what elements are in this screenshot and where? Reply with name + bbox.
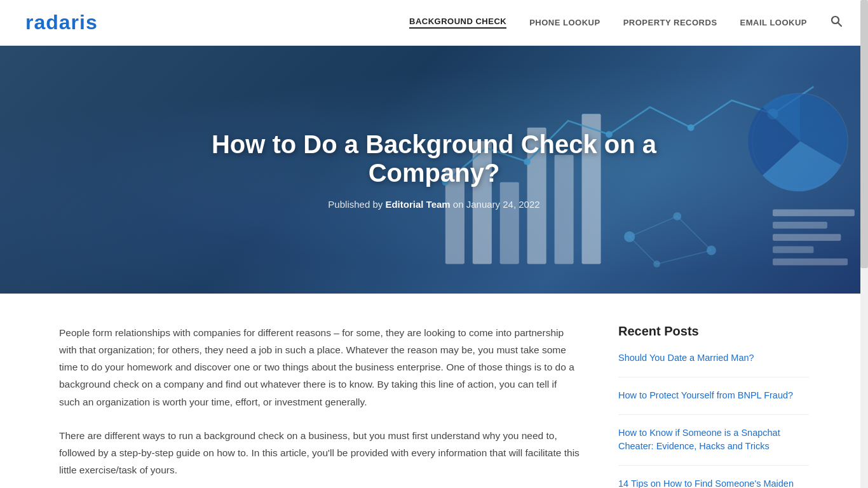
hero-author: Editorial Team bbox=[385, 199, 450, 210]
article-body: People form relationships with companies… bbox=[59, 324, 580, 488]
sidebar-post-3: How to Know if Someone is a Snapchat Che… bbox=[618, 426, 809, 466]
svg-rect-17 bbox=[773, 247, 813, 254]
sidebar-post-1: Should You Date a Married Man? bbox=[618, 351, 809, 377]
sidebar-post-link-1[interactable]: Should You Date a Married Man? bbox=[618, 353, 754, 363]
scrollbar-thumb bbox=[860, 0, 868, 268]
svg-line-26 bbox=[656, 250, 711, 264]
sidebar-post-4: 14 Tips on How to Find Someone's Maiden … bbox=[618, 477, 809, 488]
hero-meta-suffix: on January 24, 2022 bbox=[451, 199, 540, 210]
site-header: radaris BACKGROUND CHECK PHONE LOOKUP PR… bbox=[0, 0, 868, 46]
nav-background-check[interactable]: BACKGROUND CHECK bbox=[409, 17, 506, 29]
hero-meta-prefix: Published by bbox=[328, 199, 385, 210]
sidebar-post-link-2[interactable]: How to Protect Yourself from BNPL Fraud? bbox=[618, 390, 793, 400]
svg-line-1 bbox=[838, 23, 841, 26]
hero-section: How to Do a Background Check on a Compan… bbox=[0, 46, 868, 294]
content-area: People form relationships with companies… bbox=[21, 294, 847, 488]
svg-rect-15 bbox=[773, 222, 827, 229]
svg-rect-16 bbox=[773, 234, 841, 241]
sidebar-post-2: How to Protect Yourself from BNPL Fraud? bbox=[618, 389, 809, 415]
nav-property-records[interactable]: PROPERTY RECORDS bbox=[623, 18, 717, 27]
sidebar-title: Recent Posts bbox=[618, 324, 809, 339]
svg-rect-14 bbox=[773, 210, 855, 217]
nav-email-lookup[interactable]: EMAIL LOOKUP bbox=[740, 18, 807, 27]
sidebar: Recent Posts Should You Date a Married M… bbox=[618, 324, 809, 488]
svg-line-25 bbox=[677, 216, 711, 250]
nav-phone-lookup[interactable]: PHONE LOOKUP bbox=[529, 18, 600, 27]
article-paragraph-1: People form relationships with companies… bbox=[59, 324, 580, 410]
logo[interactable]: radaris bbox=[25, 11, 98, 34]
article-paragraph-2: There are different ways to run a backgr… bbox=[59, 427, 580, 478]
search-icon[interactable] bbox=[830, 15, 843, 30]
main-wrapper: People form relationships with companies… bbox=[0, 294, 868, 488]
svg-line-24 bbox=[629, 237, 656, 264]
hero-content: How to Do a Background Check on a Compan… bbox=[135, 130, 733, 210]
sidebar-post-link-3[interactable]: How to Know if Someone is a Snapchat Che… bbox=[618, 428, 780, 452]
page-scrollbar[interactable] bbox=[860, 0, 868, 488]
hero-meta: Published by Editorial Team on January 2… bbox=[161, 199, 707, 210]
svg-line-23 bbox=[629, 216, 677, 236]
main-nav: BACKGROUND CHECK PHONE LOOKUP PROPERTY R… bbox=[409, 15, 843, 30]
sidebar-post-link-4[interactable]: 14 Tips on How to Find Someone's Maiden … bbox=[618, 478, 794, 488]
svg-rect-18 bbox=[773, 259, 848, 266]
hero-title: How to Do a Background Check on a Compan… bbox=[161, 130, 707, 187]
